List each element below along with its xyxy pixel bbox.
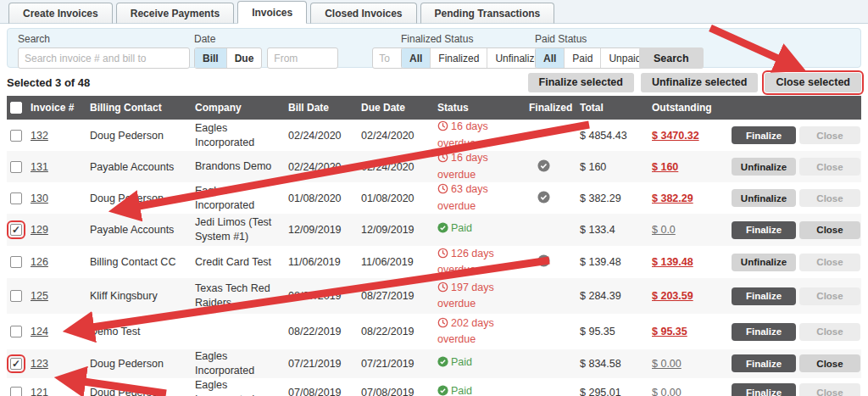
total-cell: $ 160 bbox=[573, 161, 645, 173]
billing-contact-cell: Payable Accounts bbox=[83, 224, 188, 236]
date-due-option[interactable]: Due bbox=[227, 48, 262, 68]
outstanding-cell: $ 139.48 bbox=[645, 256, 721, 268]
tab-pending-transactions[interactable]: Pending Transactions bbox=[420, 3, 555, 24]
close-button[interactable]: Close bbox=[799, 323, 860, 341]
bill-date-cell: 07/08/2019 bbox=[281, 387, 354, 396]
unfinalize-selected-button[interactable]: Unfinalize selected bbox=[641, 73, 759, 92]
search-button[interactable]: Search bbox=[639, 47, 704, 69]
date-bill-option[interactable]: Bill bbox=[195, 48, 227, 68]
bill-date-cell: 12/09/2019 bbox=[281, 224, 354, 236]
due-date-cell: 07/21/2019 bbox=[354, 358, 431, 370]
status-cell: 16 days overdue bbox=[431, 120, 526, 151]
finalized-all-option[interactable]: All bbox=[402, 48, 431, 68]
unfinalize-button[interactable]: Unfinalize bbox=[732, 189, 796, 207]
tab-invoices[interactable]: Invoices bbox=[237, 1, 307, 24]
tab-create-invoices[interactable]: Create Invoices bbox=[8, 3, 113, 24]
billing-contact-cell: Demo Test bbox=[83, 326, 188, 337]
total-cell: $ 95.35 bbox=[573, 326, 645, 337]
col-outstanding: Outstanding bbox=[645, 102, 721, 114]
invoice-link[interactable]: 129 bbox=[31, 224, 48, 236]
row-checkbox[interactable] bbox=[10, 290, 22, 302]
close-button[interactable]: Close bbox=[799, 221, 860, 239]
close-button[interactable]: Close bbox=[799, 126, 860, 144]
paid-paid-option[interactable]: Paid bbox=[565, 48, 601, 68]
finalized-finalized-option[interactable]: Finalized bbox=[431, 48, 487, 68]
billing-contact-cell: Billing Contact CC bbox=[83, 256, 188, 268]
table-row: 124 Demo Test 08/22/2019 08/22/2019 202 … bbox=[7, 314, 861, 349]
invoice-link[interactable]: 126 bbox=[31, 256, 48, 268]
billing-contact-cell: Doug Pederson bbox=[83, 130, 188, 142]
close-button[interactable]: Close bbox=[799, 354, 860, 372]
finalize-button[interactable]: Finalize bbox=[732, 126, 796, 144]
row-checkbox[interactable] bbox=[10, 224, 22, 236]
table-row: 121 Doug Pederson Eagles Incorporated 07… bbox=[7, 378, 861, 396]
company-cell: Eagles Incorporated bbox=[188, 121, 281, 150]
finalize-button[interactable]: Finalize bbox=[732, 383, 796, 396]
bill-date-cell: 02/24/2020 bbox=[281, 161, 354, 173]
col-due-date: Due Date bbox=[354, 102, 431, 114]
total-cell: $ 133.4 bbox=[573, 224, 645, 236]
row-checkbox[interactable] bbox=[10, 256, 22, 268]
invoice-link[interactable]: 121 bbox=[31, 387, 48, 396]
row-checkbox[interactable] bbox=[10, 326, 22, 337]
close-button[interactable]: Close bbox=[799, 287, 860, 305]
finalize-selected-button[interactable]: Finalize selected bbox=[528, 73, 634, 92]
row-checkbox[interactable] bbox=[10, 387, 22, 396]
invoice-link[interactable]: 130 bbox=[31, 192, 48, 204]
finalized-status-toggle: All Finalized Unfinalized bbox=[401, 47, 554, 69]
company-cell: Texas Tech Red Raiders bbox=[188, 282, 281, 310]
select-all-checkbox[interactable] bbox=[10, 102, 22, 114]
outstanding-cell: $ 0.0 bbox=[645, 224, 721, 236]
row-checkbox[interactable] bbox=[10, 192, 22, 204]
invoice-link[interactable]: 124 bbox=[31, 326, 48, 337]
invoice-table: Invoice # Billing Contact Company Bill D… bbox=[7, 96, 861, 396]
invoice-link[interactable]: 125 bbox=[31, 290, 48, 302]
status-cell: Paid bbox=[431, 221, 526, 238]
close-selected-button[interactable]: Close selected bbox=[765, 73, 861, 92]
company-cell: Jedi Limos (Test System #1) bbox=[188, 215, 281, 244]
date-from-input[interactable] bbox=[267, 47, 338, 69]
tab-receive-payments[interactable]: Receive Payments bbox=[116, 3, 234, 24]
due-date-cell: 12/09/2019 bbox=[354, 224, 431, 236]
clock-icon bbox=[437, 282, 448, 298]
search-input[interactable] bbox=[18, 47, 190, 69]
outstanding-cell: $ 382.29 bbox=[645, 192, 721, 204]
paid-status-toggle: All Paid Unpaid bbox=[535, 47, 649, 69]
tab-bar: Create Invoices Receive Payments Invoice… bbox=[0, 0, 868, 24]
finalize-button[interactable]: Finalize bbox=[732, 287, 796, 305]
finalized-cell bbox=[526, 191, 573, 206]
clock-icon bbox=[437, 248, 448, 264]
unfinalize-button[interactable]: Unfinalize bbox=[732, 254, 796, 271]
close-button[interactable]: Close bbox=[799, 189, 860, 207]
company-cell: Credit Card Test bbox=[188, 255, 281, 270]
invoice-link[interactable]: 131 bbox=[31, 161, 48, 173]
invoice-link[interactable]: 132 bbox=[31, 130, 48, 142]
finalize-button[interactable]: Finalize bbox=[732, 354, 796, 372]
status-cell: Paid bbox=[431, 355, 526, 372]
close-button[interactable]: Close bbox=[799, 158, 860, 176]
row-checkbox[interactable] bbox=[10, 130, 22, 142]
finalize-button[interactable]: Finalize bbox=[732, 323, 796, 341]
due-date-cell: 08/27/2019 bbox=[354, 290, 431, 302]
close-button[interactable]: Close bbox=[799, 254, 860, 271]
table-row: 132 Doug Pederson Eagles Incorporated 02… bbox=[7, 120, 861, 151]
unfinalize-button[interactable]: Unfinalize bbox=[732, 158, 796, 176]
finalize-button[interactable]: Finalize bbox=[732, 221, 796, 239]
billing-contact-cell: Payable Accounts bbox=[83, 161, 188, 173]
billing-contact-cell: Doug Pederson bbox=[83, 358, 188, 370]
row-checkbox[interactable] bbox=[10, 161, 22, 173]
clock-icon bbox=[437, 183, 448, 199]
table-header: Invoice # Billing Contact Company Bill D… bbox=[7, 96, 861, 120]
col-billing-contact: Billing Contact bbox=[83, 102, 188, 114]
paid-check-icon bbox=[437, 356, 448, 372]
invoice-link[interactable]: 123 bbox=[31, 358, 48, 370]
paid-all-option[interactable]: All bbox=[536, 48, 565, 68]
finalized-check-icon bbox=[537, 159, 550, 175]
row-checkbox[interactable] bbox=[10, 358, 22, 370]
col-total: Total bbox=[573, 102, 645, 114]
search-label: Search bbox=[18, 33, 190, 45]
close-button[interactable]: Close bbox=[799, 383, 860, 396]
company-cell: Eagles Incorporated bbox=[188, 378, 281, 396]
tab-closed-invoices[interactable]: Closed Invoices bbox=[310, 3, 416, 24]
paid-check-icon bbox=[437, 385, 448, 396]
